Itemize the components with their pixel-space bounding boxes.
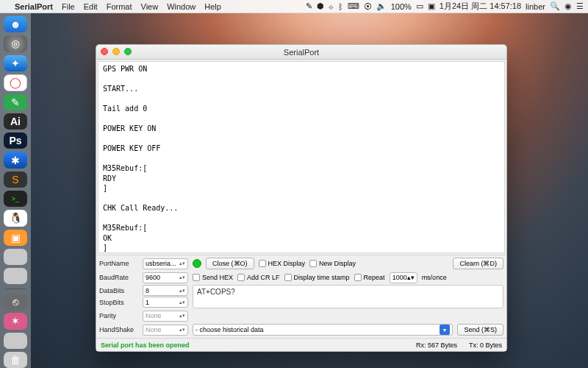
window-title: SerialPort	[284, 48, 319, 57]
connection-status-text: Serial port has been opened	[101, 342, 190, 349]
input-source-icon[interactable]: ⌨︎	[348, 1, 359, 11]
baudrate-label: BaudRate	[99, 274, 140, 281]
bluetooth-icon[interactable]: ᛒ	[338, 2, 343, 11]
controls-panel: PortName usbseria...▴▾ Close (⌘O) HEX Di…	[96, 255, 506, 338]
macos-menubar: SerialPort File Edit Format View Window …	[0, 0, 588, 13]
menu-edit[interactable]: Edit	[79, 2, 102, 11]
menu-help[interactable]: Help	[200, 2, 226, 11]
evernote-status-icon[interactable]: ✎	[306, 1, 312, 11]
dock-ibooks-icon[interactable]: ▣	[4, 230, 27, 246]
battery-icon[interactable]: ▭	[416, 1, 423, 11]
close-port-button[interactable]: Close (⌘O)	[206, 258, 254, 269]
dock-trash-icon[interactable]: 🗑	[4, 352, 27, 368]
serial-output-log[interactable]: GPS PWR ON START... Tail add 0 POWER KEY…	[98, 61, 505, 253]
connection-status-indicator	[193, 259, 201, 268]
menu-window[interactable]: Window	[162, 2, 200, 11]
stopbits-label: StopBits	[99, 299, 140, 306]
rx-bytes-label: Rx: 567 Bytes	[416, 342, 457, 349]
repeat-interval-input[interactable]: 1000▴▾	[390, 272, 417, 283]
dock-folder-icon[interactable]	[4, 333, 27, 349]
siri-icon[interactable]: ◉	[564, 1, 572, 11]
dock-evernote-icon[interactable]: ✎	[4, 94, 27, 110]
databits-select[interactable]: 8▴▾	[143, 285, 188, 296]
add-crlf-checkbox[interactable]: Add CR LF	[237, 274, 280, 281]
dock-illustrator-icon[interactable]: Ai	[4, 113, 27, 130]
dock-xcode-icon[interactable]: ✱	[4, 152, 27, 168]
dock-launchpad-icon[interactable]: ◎	[4, 35, 27, 52]
databits-label: DataBits	[99, 287, 140, 294]
baudrate-value: 9600	[146, 274, 160, 281]
window-zoom-button[interactable]	[124, 48, 132, 55]
menubar-clock[interactable]: 1月24日 周二 14:57:18	[440, 1, 521, 12]
app-menu[interactable]: SerialPort	[10, 2, 57, 11]
menu-file[interactable]: File	[57, 2, 79, 11]
dock-app-icon[interactable]: ✶	[4, 313, 27, 329]
send-hex-checkbox[interactable]: Send HEX	[193, 274, 233, 281]
chevron-updown-icon: ▴▾	[179, 301, 185, 304]
menu-format[interactable]: Format	[102, 2, 137, 11]
wifi-icon[interactable]: ⦿	[364, 2, 372, 11]
baudrate-select[interactable]: 9600▴▾	[143, 272, 188, 283]
tx-bytes-label: Tx: 0 Bytes	[469, 342, 502, 349]
handshake-select[interactable]: None▴▾	[143, 325, 188, 336]
send-button[interactable]: Send (⌘S)	[457, 324, 503, 336]
dock-finder-icon[interactable]: ☻	[4, 16, 27, 32]
dock-chrome-icon[interactable]: ◯	[4, 74, 27, 91]
clear-button[interactable]: Clearn (⌘D)	[453, 258, 503, 269]
chevron-updown-icon: ▴▾	[179, 276, 185, 279]
chevron-updown-icon: ▴▾	[179, 289, 185, 292]
history-dropdown[interactable]: - choose historical data ▾	[193, 324, 453, 336]
handshake-label: HandShake	[99, 326, 140, 333]
window-statusbar: Serial port has been opened Rx: 567 Byte…	[96, 338, 506, 351]
menu-view[interactable]: View	[137, 2, 163, 11]
dropbox-status-icon[interactable]: ⟐	[329, 2, 334, 11]
notification-center-icon[interactable]: ☰	[576, 1, 584, 11]
menubar-status-area: ✎ ⬢ ⟐ ᛒ ⌨︎ ⦿ 🔈 100% ▭ ▣ 1月24日 周二 14:57:1…	[306, 1, 588, 12]
window-traffic-lights	[101, 48, 132, 55]
history-placeholder: - choose historical data	[196, 326, 264, 333]
dock-terminal-icon[interactable]: >_	[4, 191, 27, 207]
new-display-checkbox[interactable]: New Display	[309, 260, 356, 267]
portname-value: usbseria...	[146, 260, 176, 267]
volume-icon[interactable]: 🔈	[376, 1, 387, 11]
portname-label: PortName	[99, 260, 140, 267]
stopbits-select[interactable]: 1▴▾	[143, 297, 188, 308]
send-command-input[interactable]: AT+COPS?	[193, 285, 503, 308]
window-titlebar[interactable]: SerialPort	[96, 45, 506, 60]
dock-app-icon[interactable]	[4, 249, 27, 265]
stepper-icon: ▴▾	[407, 274, 415, 281]
dock-app-icon[interactable]	[4, 268, 27, 284]
spotlight-icon[interactable]: 🔍	[550, 1, 560, 11]
flag-icon[interactable]: ▣	[428, 1, 435, 11]
dock-qq-icon[interactable]: 🐧	[4, 210, 27, 226]
dock-sublime-icon[interactable]: S	[4, 171, 27, 188]
menubar-user[interactable]: linber	[526, 2, 545, 11]
timestamp-checkbox[interactable]: Display time stamp	[284, 274, 350, 281]
dock-photoshop-icon[interactable]: Ps	[4, 132, 27, 149]
dock-safari-icon[interactable]: ✦	[4, 55, 27, 71]
parity-label: Parity	[99, 312, 140, 319]
repeat-unit-label: ms/once	[422, 274, 447, 281]
window-close-button[interactable]	[101, 48, 108, 55]
serialport-window: SerialPort GPS PWR ON START... Tail add …	[96, 44, 507, 352]
parity-select[interactable]: None▴▾	[143, 311, 188, 322]
dock-serialport-icon[interactable]: ⎋	[4, 294, 27, 310]
dock-separator	[5, 289, 26, 289]
window-minimize-button[interactable]	[112, 48, 120, 55]
repeat-checkbox[interactable]: Repeat	[354, 274, 385, 281]
chevron-down-icon: ▾	[440, 325, 450, 335]
portname-select[interactable]: usbseria...▴▾	[143, 258, 188, 269]
shield-status-icon[interactable]: ⬢	[317, 1, 324, 11]
chevron-updown-icon: ▴▾	[179, 328, 185, 331]
battery-label[interactable]: 100%	[391, 2, 412, 11]
chevron-updown-icon: ▴▾	[179, 262, 185, 265]
chevron-updown-icon: ▴▾	[179, 314, 185, 317]
hex-display-checkbox[interactable]: HEX Display	[259, 260, 306, 267]
macos-dock: ☻ ◎ ✦ ◯ ✎ Ai Ps ✱ S >_ 🐧 ▣ ⎋ ✶ 🗑	[0, 13, 31, 368]
